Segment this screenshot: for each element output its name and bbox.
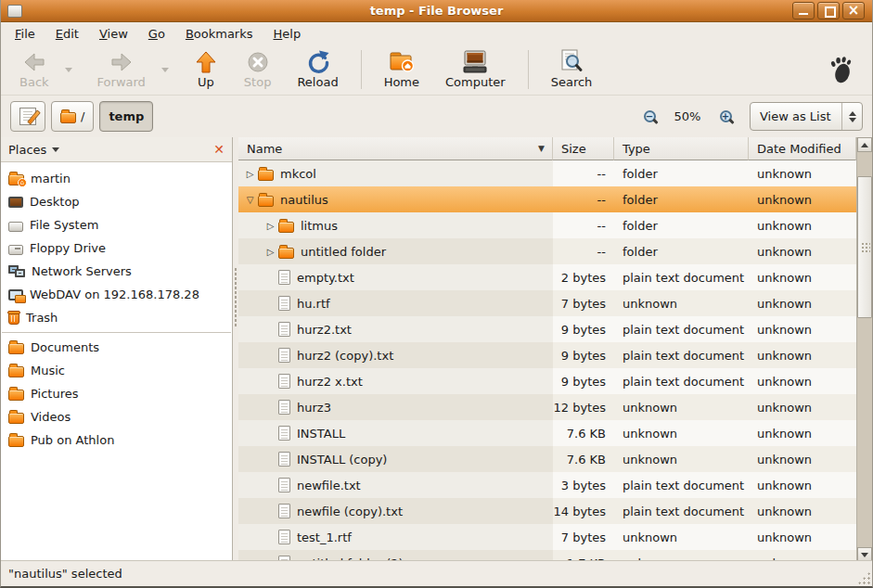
- name-cell: ▽nautilus: [238, 186, 553, 212]
- sidebar-item-network-servers[interactable]: Network Servers: [1, 260, 232, 283]
- name-cell: hurz2.txt: [238, 316, 553, 342]
- size-cell: 7 bytes: [553, 524, 614, 550]
- column-header-date-modified[interactable]: Date Modified: [749, 137, 856, 160]
- file-name: nautilus: [280, 193, 328, 207]
- sidebar-item-documents[interactable]: Documents: [1, 336, 232, 359]
- column-header-name[interactable]: Name▼: [238, 137, 553, 160]
- expander-collapsed-icon[interactable]: ▷: [263, 247, 278, 257]
- sidebar-item-floppy-drive[interactable]: Floppy Drive: [1, 236, 232, 260]
- table-row[interactable]: newfile (copy).txt14 bytesplain text doc…: [238, 498, 856, 524]
- table-row[interactable]: ▷litmus--folderunknown: [238, 212, 856, 238]
- up-button[interactable]: Up: [185, 46, 227, 93]
- size-cell: 9 bytes: [553, 368, 614, 394]
- table-row[interactable]: hu.rtf7 bytesunknownunknown: [238, 290, 856, 316]
- table-row[interactable]: test_1.rtf7 bytesunknownunknown: [238, 524, 856, 550]
- up-icon: [196, 49, 216, 74]
- table-row[interactable]: hurz2 (copy).txt9 bytesplain text docume…: [238, 342, 856, 368]
- stop-icon: [247, 49, 269, 74]
- file-browser-window: temp - File Browser FileEditViewGoBookma…: [0, 0, 873, 588]
- sidebar-item-pub-on-athlon[interactable]: Pub on Athlon: [1, 428, 232, 452]
- expander-collapsed-icon[interactable]: ▷: [263, 221, 278, 231]
- type-cell: unknown: [614, 420, 749, 446]
- name-cell: test_1.rtf: [238, 524, 553, 550]
- file-icon: [278, 348, 290, 363]
- table-row[interactable]: hurz2.txt9 bytesplain text documentunkno…: [238, 316, 856, 342]
- sidebar-item-music[interactable]: Music: [1, 359, 232, 382]
- computer-button[interactable]: Computer: [436, 46, 515, 93]
- home-button[interactable]: Home: [375, 46, 429, 93]
- file-icon: [278, 504, 290, 518]
- reload-button[interactable]: Reload: [288, 46, 347, 93]
- places-header[interactable]: Places ✕: [1, 137, 232, 162]
- root-path-button[interactable]: /: [51, 101, 94, 132]
- column-header-label: Name: [247, 142, 282, 156]
- menu-item-help[interactable]: Help: [263, 24, 312, 44]
- column-header-type[interactable]: Type: [614, 137, 749, 160]
- size-cell: 7.6 KB: [553, 446, 614, 472]
- menu-item-view[interactable]: View: [89, 24, 138, 44]
- zoom-in-button[interactable]: +: [713, 105, 738, 129]
- search-button[interactable]: Search: [542, 46, 602, 93]
- back-button: Back: [10, 46, 58, 93]
- sidebar-item-webdav-on-192-168-178-28[interactable]: WebDAV on 192.168.178.28: [1, 283, 232, 306]
- folder-icon: [8, 413, 24, 424]
- file-icon: [278, 270, 290, 285]
- file-icon: [278, 530, 290, 544]
- maximize-button[interactable]: [817, 2, 840, 19]
- places-list: ⌂martinDesktopFile SystemFloppy DriveNet…: [1, 162, 232, 452]
- folder-icon: [60, 112, 76, 123]
- table-row[interactable]: hurz312 bytesunknownunknown: [238, 394, 856, 420]
- sidebar-item-videos[interactable]: Videos: [1, 405, 232, 428]
- table-row[interactable]: newfile.txt3 bytesplain text documentunk…: [238, 472, 856, 498]
- toolbar-separator: [528, 50, 529, 89]
- date-modified-cell: unknown: [749, 316, 856, 342]
- menu-item-file[interactable]: File: [5, 24, 45, 44]
- expander-expanded-icon[interactable]: ▽: [242, 195, 258, 205]
- titlebar[interactable]: temp - File Browser: [1, 0, 872, 22]
- table-row[interactable]: ▽nautilus--folderunknown: [238, 186, 856, 212]
- view-mode-select[interactable]: View as List: [750, 102, 863, 131]
- table-row[interactable]: hurz2 x.txt9 bytesplain text documentunk…: [238, 368, 856, 394]
- name-cell: INSTALL: [238, 420, 553, 446]
- table-row[interactable]: INSTALL7.6 KBunknownunknown: [238, 420, 856, 446]
- size-cell: 7.6 KB: [553, 420, 614, 446]
- zoom-out-button[interactable]: −: [637, 105, 661, 129]
- close-button[interactable]: [842, 2, 865, 19]
- folder-icon: [278, 248, 294, 259]
- stop-label: Stop: [244, 76, 272, 89]
- sidebar-item-desktop[interactable]: Desktop: [1, 190, 232, 213]
- menu-item-go[interactable]: Go: [138, 24, 175, 44]
- table-row[interactable]: empty.txt2 bytesplain text documentunkno…: [238, 264, 856, 290]
- trash-icon: [8, 313, 19, 325]
- size-cell: --: [553, 186, 614, 212]
- sidebar-item-martin[interactable]: ⌂martin: [1, 167, 232, 190]
- table-row[interactable]: ▷mkcol--folderunknown: [238, 160, 856, 186]
- current-path-button[interactable]: temp: [99, 101, 153, 132]
- menu-item-bookmarks[interactable]: Bookmarks: [175, 24, 263, 44]
- sidebar-item-pictures[interactable]: Pictures: [1, 382, 232, 405]
- scroll-thumb[interactable]: [857, 176, 872, 318]
- toggle-location-entry-button[interactable]: [10, 101, 45, 132]
- file-name: hurz2.txt: [297, 323, 352, 337]
- expander-collapsed-icon[interactable]: ▷: [242, 169, 258, 179]
- size-cell: 7 bytes: [553, 290, 614, 316]
- type-cell: plain text document: [614, 316, 749, 342]
- sidebar-item-trash[interactable]: Trash: [1, 306, 232, 329]
- table-row[interactable]: ▷untitled folder--folderunknown: [238, 238, 856, 264]
- current-path-label: temp: [109, 109, 144, 123]
- minimize-button[interactable]: [792, 2, 815, 19]
- sidebar-close-icon[interactable]: ✕: [213, 143, 225, 156]
- resize-grip[interactable]: [857, 571, 870, 584]
- menu-item-edit[interactable]: Edit: [45, 24, 89, 44]
- size-cell: 3 bytes: [553, 472, 614, 498]
- vertical-scrollbar[interactable]: [856, 137, 872, 562]
- forward-label: Forward: [97, 76, 146, 89]
- column-header-size[interactable]: Size: [553, 137, 614, 160]
- sidebar-item-label: Floppy Drive: [30, 241, 106, 255]
- folder-icon: [8, 366, 24, 377]
- sidebar-item-file-system[interactable]: File System: [1, 213, 232, 236]
- table-row[interactable]: INSTALL (copy)7.6 KBunknownunknown: [238, 446, 856, 472]
- stop-button: Stop: [235, 46, 281, 93]
- scroll-up-button[interactable]: [857, 137, 872, 152]
- size-cell: 12 bytes: [553, 394, 614, 420]
